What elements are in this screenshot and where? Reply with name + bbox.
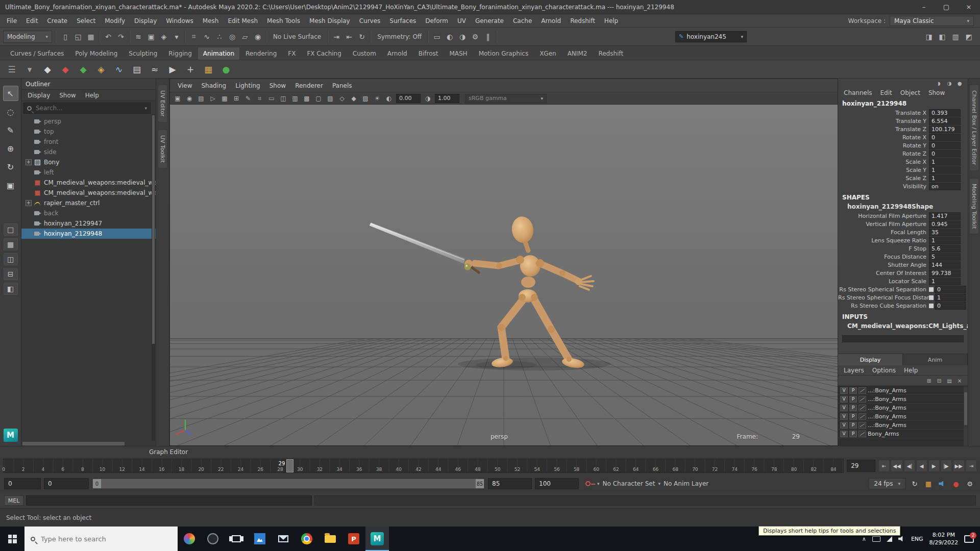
minimize-button[interactable]: – xyxy=(913,0,935,14)
layer-color-swatch[interactable] xyxy=(859,413,866,420)
select-component-icon[interactable]: ◈ xyxy=(158,31,170,43)
mute-icon[interactable] xyxy=(936,478,948,489)
toggle-modeling-toolkit-icon[interactable]: ◩ xyxy=(963,31,975,43)
attribute-value[interactable]: 1 xyxy=(929,278,961,285)
go-to-start-button[interactable]: ⇤ xyxy=(878,460,890,472)
go-to-end-button[interactable]: ⇥ xyxy=(966,460,977,472)
expand-toggle[interactable]: + xyxy=(26,159,32,165)
menu-display[interactable]: Display xyxy=(130,14,161,27)
layer-playback-toggle[interactable]: P xyxy=(849,422,857,429)
bookmarks-icon[interactable]: ▷ xyxy=(207,93,218,104)
make-live-icon[interactable]: ◉ xyxy=(252,31,264,43)
auto-keyframe-icon[interactable]: ● xyxy=(950,478,962,489)
render-current-frame-icon[interactable]: ◐ xyxy=(444,31,456,43)
select-object-icon[interactable]: ▣ xyxy=(145,31,157,43)
shelf-tab-redshift[interactable]: Redshift xyxy=(593,47,628,60)
menu-uv[interactable]: UV xyxy=(453,14,471,27)
keyframe-icon[interactable]: ◆ xyxy=(40,62,55,77)
outliner-menu-show[interactable]: Show xyxy=(55,92,80,99)
layer-playback-toggle[interactable]: P xyxy=(849,387,857,394)
attribute-value[interactable]: 1 xyxy=(935,294,966,302)
attribute-value[interactable]: 1 xyxy=(929,166,961,174)
outliner-menu-display[interactable]: Display xyxy=(23,92,54,99)
delete-layer-icon[interactable]: × xyxy=(955,377,964,384)
shelf-arrow-icon[interactable]: ▾ xyxy=(22,62,37,77)
channel-menu-object[interactable]: Object xyxy=(897,89,924,96)
set-key-icon[interactable]: ◆ xyxy=(58,62,73,77)
outliner-search[interactable]: ▾ xyxy=(23,103,151,114)
playback-end-field[interactable]: 85 xyxy=(488,478,532,489)
close-button[interactable]: × xyxy=(958,0,980,14)
attribute-value[interactable]: 0.393 xyxy=(929,109,961,117)
persp-graph-layout[interactable]: ⊟ xyxy=(4,268,18,280)
menu-curves[interactable]: Curves xyxy=(355,14,385,27)
menu-select[interactable]: Select xyxy=(72,14,100,27)
rotate-tool[interactable]: ↻ xyxy=(3,159,18,174)
attribute-value[interactable]: 0 xyxy=(935,302,966,310)
layer-visibility-toggle[interactable]: V xyxy=(840,413,848,420)
grease-pencil-icon[interactable]: ✎ xyxy=(242,93,254,104)
attribute-value[interactable]: 5 xyxy=(929,253,961,261)
anim-layer-label[interactable]: No Anim Layer xyxy=(664,480,708,487)
attribute-value[interactable]: 99.738 xyxy=(929,269,961,277)
menu-help[interactable]: Help xyxy=(600,14,623,27)
layer-playback-toggle[interactable]: P xyxy=(849,405,857,411)
range-end-handle[interactable]: 85 xyxy=(476,479,484,488)
bake-animation-icon[interactable]: ▦ xyxy=(201,62,216,77)
attribute-value[interactable]: 1.417 xyxy=(929,212,961,220)
outliner-menu-help[interactable]: Help xyxy=(81,92,103,99)
menu-file[interactable]: File xyxy=(2,14,21,27)
select-tool[interactable]: ↖ xyxy=(3,86,18,101)
attribute-value[interactable]: 0 xyxy=(929,134,961,141)
layer-attributes-icon[interactable]: ▤ xyxy=(945,377,953,384)
snap-curve-icon[interactable]: ∿ xyxy=(201,31,213,43)
outliner-item-left[interactable]: left xyxy=(21,167,156,178)
shaded-icon[interactable]: ◆ xyxy=(348,93,359,104)
task-view-icon[interactable] xyxy=(225,527,248,551)
step-back-key-button[interactable]: ◀◀ xyxy=(891,460,902,472)
chrome-app-icon[interactable] xyxy=(295,527,318,551)
single-pane-layout[interactable]: □ xyxy=(4,223,18,236)
dope-sheet-icon[interactable]: ▤ xyxy=(129,62,144,77)
menu-modify[interactable]: Modify xyxy=(100,14,130,27)
attribute-value[interactable]: on xyxy=(929,183,961,190)
layer-menu-help[interactable]: Help xyxy=(900,367,921,374)
panel-tab-uv-editor[interactable]: UV Editor xyxy=(158,85,167,122)
layer-row[interactable]: VPBony_Arms xyxy=(838,430,968,438)
maya-app-icon[interactable]: M xyxy=(365,527,389,551)
menu-edit-mesh[interactable]: Edit Mesh xyxy=(223,14,262,27)
network-icon[interactable] xyxy=(887,536,892,542)
maximize-button[interactable]: ▢ xyxy=(935,0,958,14)
menu-redshift[interactable]: Redshift xyxy=(566,14,600,27)
layer-menu-layers[interactable]: Layers xyxy=(840,367,868,374)
outliner-item-back[interactable]: back xyxy=(21,208,156,218)
time-editor-icon[interactable]: ▦ xyxy=(922,478,935,489)
language-indicator[interactable]: ENG xyxy=(911,536,923,542)
shape-name[interactable]: hoxinyan_2129948Shape xyxy=(838,202,968,212)
image-plane-icon[interactable]: ▦ xyxy=(219,93,230,104)
channel-speed-slow-icon[interactable]: ◗ xyxy=(935,80,943,87)
animation-preferences-icon[interactable]: ⚙ xyxy=(964,478,976,489)
layer-menu-options[interactable]: Options xyxy=(869,367,899,374)
expand-toggle[interactable]: + xyxy=(26,200,32,206)
channel-speed-medium-icon[interactable]: ◑ xyxy=(945,80,953,87)
menu-edit[interactable]: Edit xyxy=(21,14,42,27)
menu-mesh-tools[interactable]: Mesh Tools xyxy=(262,14,305,27)
animation-end-field[interactable]: 100 xyxy=(535,478,579,489)
gamma-field[interactable]: 1.00 xyxy=(435,94,459,103)
panel-tab-modeling-toolkit[interactable]: Modeling Toolkit xyxy=(969,178,979,235)
layer-scrollbar[interactable] xyxy=(964,386,968,446)
layer-color-swatch[interactable] xyxy=(859,431,866,437)
save-scene-icon[interactable]: ▦ xyxy=(85,31,97,43)
photos-app-icon[interactable] xyxy=(248,527,272,551)
persp-outliner-layout[interactable]: ◫ xyxy=(4,253,18,265)
shelf-tab-rigging[interactable]: Rigging xyxy=(163,47,197,60)
create-empty-layer-icon[interactable]: ⊞ xyxy=(925,377,933,384)
lighting-icon[interactable]: ☀ xyxy=(372,93,383,104)
shelf-tab-arnold[interactable]: Arnold xyxy=(382,47,412,60)
character-set-label[interactable]: No Character Set xyxy=(603,480,655,487)
redo-icon[interactable]: ↷ xyxy=(115,31,127,43)
shelf-tab-mash[interactable]: MASH xyxy=(444,47,472,60)
fps-dropdown[interactable]: 24 fps xyxy=(869,478,905,489)
range-slider[interactable]: 0 85 xyxy=(92,478,485,489)
